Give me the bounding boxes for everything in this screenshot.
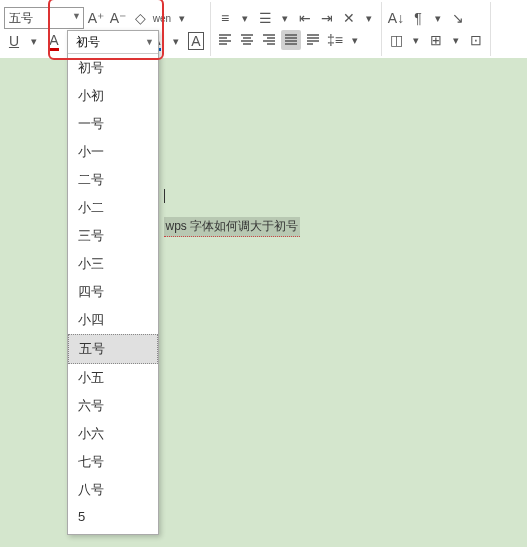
number-list-icon[interactable]: ☰ <box>255 8 275 28</box>
align-justify-icon[interactable] <box>281 30 301 50</box>
chevron-down-icon[interactable]: ▾ <box>174 10 190 26</box>
font-size-option[interactable]: 小六 <box>68 420 158 448</box>
decrease-indent-icon[interactable]: ⇤ <box>295 8 315 28</box>
line-spacing-icon[interactable]: ‡≡ <box>325 30 345 50</box>
font-size-option[interactable]: 三号 <box>68 222 158 250</box>
character-border-icon[interactable]: A <box>186 31 206 51</box>
font-size-value-top: 五号 <box>9 10 33 27</box>
font-size-list: 初号小初一号小一二号小二三号小三四号小四五号小五六号小六七号八号55.56.57… <box>68 54 158 534</box>
font-size-dropdown: ▼ 初号小初一号小一二号小二三号小三四号小四五号小五六号小六七号八号55.56.… <box>67 30 159 535</box>
align-center-icon[interactable] <box>237 30 257 50</box>
chevron-down-icon[interactable]: ▾ <box>237 10 253 26</box>
font-size-option[interactable]: 5 <box>68 504 158 529</box>
font-size-option[interactable]: 一号 <box>68 110 158 138</box>
font-size-input[interactable] <box>74 34 138 50</box>
chevron-down-icon[interactable]: ▾ <box>430 10 446 26</box>
align-right-icon[interactable] <box>259 30 279 50</box>
text-cursor <box>164 189 165 203</box>
sort-icon[interactable]: A↓ <box>386 8 406 28</box>
text-direction-icon[interactable]: ✕ <box>339 8 359 28</box>
chevron-down-icon[interactable]: ▼ <box>145 37 154 47</box>
increase-font-icon[interactable]: A⁺ <box>86 8 106 28</box>
chevron-down-icon[interactable]: ▾ <box>277 10 293 26</box>
font-size-option[interactable]: 七号 <box>68 448 158 476</box>
align-distribute-icon[interactable] <box>303 30 323 50</box>
arrow-icon[interactable]: ↘ <box>448 8 468 28</box>
page: wps 字体如何调大于初号 <box>164 98 504 547</box>
chevron-down-icon[interactable]: ▾ <box>168 33 184 49</box>
font-size-option[interactable]: 小三 <box>68 250 158 278</box>
font-size-option[interactable]: 小二 <box>68 194 158 222</box>
decrease-font-icon[interactable]: A⁻ <box>108 8 128 28</box>
chevron-down-icon[interactable]: ▼ <box>72 11 81 21</box>
phonetic-guide-icon[interactable]: wén <box>152 8 172 28</box>
chevron-down-icon[interactable]: ▾ <box>408 32 424 48</box>
font-size-option[interactable]: 小五 <box>68 364 158 392</box>
font-size-option[interactable]: 五号 <box>68 334 158 364</box>
border-icon[interactable]: ⊞ <box>426 30 446 50</box>
font-size-option[interactable]: 初号 <box>68 54 158 82</box>
clear-format-icon[interactable]: ◇ <box>130 8 150 28</box>
paragraph-group: ≡ ▾ ☰ ▾ ⇤ ⇥ ✕ ▾ ‡≡ ▾ <box>211 2 382 56</box>
chevron-down-icon[interactable]: ▾ <box>347 32 363 48</box>
paragraph-mark-icon[interactable]: ¶ <box>408 8 428 28</box>
font-size-option[interactable]: 小四 <box>68 306 158 334</box>
font-size-option[interactable]: 八号 <box>68 476 158 504</box>
settings-icon[interactable]: ⊡ <box>466 30 486 50</box>
align-left-icon[interactable] <box>215 30 235 50</box>
font-size-input-row: ▼ <box>68 31 158 54</box>
font-size-option[interactable]: 四号 <box>68 278 158 306</box>
bullet-list-icon[interactable]: ≡ <box>215 8 235 28</box>
underline-icon[interactable]: U <box>4 31 24 51</box>
font-size-option[interactable]: 小初 <box>68 82 158 110</box>
selected-text[interactable]: wps 字体如何调大于初号 <box>164 217 301 237</box>
increase-indent-icon[interactable]: ⇥ <box>317 8 337 28</box>
font-color-icon[interactable]: A <box>44 31 64 51</box>
chevron-down-icon[interactable]: ▾ <box>361 10 377 26</box>
font-size-option[interactable]: 小一 <box>68 138 158 166</box>
insert-group: A↓ ¶ ▾ ↘ ◫ ▾ ⊞ ▾ ⊡ <box>382 2 491 56</box>
font-size-option[interactable]: 六号 <box>68 392 158 420</box>
font-size-selector-top[interactable]: 五号 ▼ <box>4 7 84 29</box>
chevron-down-icon[interactable]: ▾ <box>448 32 464 48</box>
font-size-option[interactable]: 二号 <box>68 166 158 194</box>
chevron-down-icon[interactable]: ▾ <box>26 33 42 49</box>
font-size-option[interactable]: 5.5 <box>68 529 158 534</box>
shading-icon[interactable]: ◫ <box>386 30 406 50</box>
